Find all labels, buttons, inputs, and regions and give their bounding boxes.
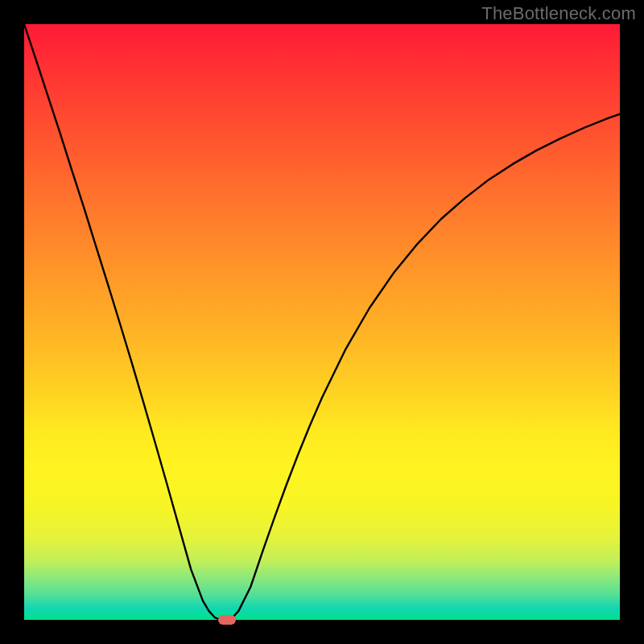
- minimum-marker: [218, 615, 236, 625]
- bottleneck-curve: [24, 24, 620, 620]
- watermark-text: TheBottleneck.com: [481, 3, 636, 24]
- curve-path: [24, 24, 620, 620]
- plot-area: [24, 24, 620, 620]
- chart-frame: TheBottleneck.com: [0, 0, 644, 644]
